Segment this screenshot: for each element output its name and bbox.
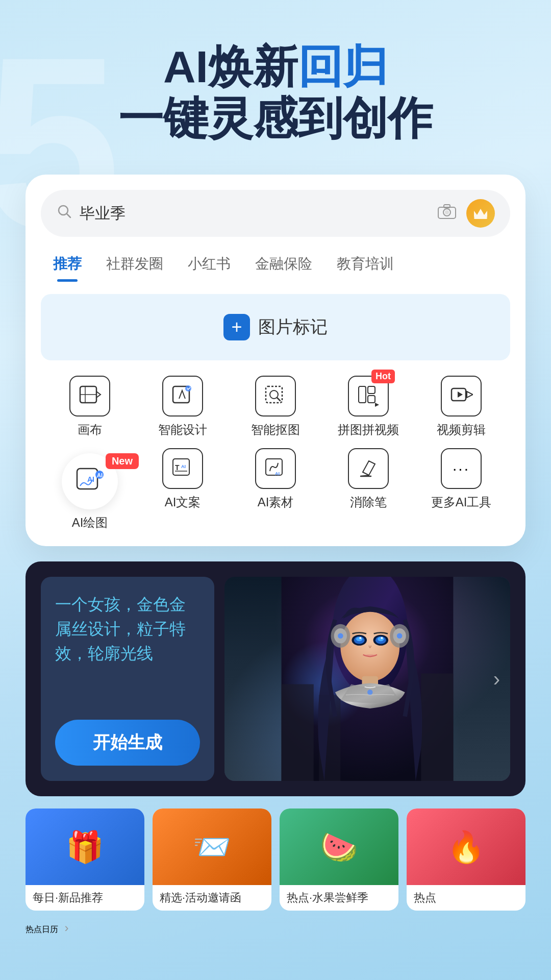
svg-point-45 (359, 637, 361, 639)
tool-video[interactable]: 视频剪辑 (417, 376, 505, 438)
svg-rect-16 (368, 396, 375, 403)
svg-rect-6 (474, 217, 487, 219)
svg-point-5 (445, 210, 449, 214)
svg-rect-15 (368, 386, 375, 394)
tab-xiaohongshu[interactable]: 小红书 (176, 249, 243, 282)
svg-point-43 (356, 637, 363, 641)
tool-eraser-label: 消除笔 (350, 494, 387, 510)
image-mark-plus-icon: + (223, 314, 250, 340)
tool-more-ai[interactable]: ··· 更多AI工具 (417, 448, 505, 531)
svg-text:AI: AI (97, 472, 103, 478)
svg-marker-19 (467, 391, 473, 398)
hero-title-part1: AI焕新 (163, 41, 298, 92)
collage-icon: Hot (348, 376, 389, 416)
crown-icon[interactable] (466, 199, 495, 228)
ai-image-result[interactable]: › (224, 577, 510, 781)
tab-recommended[interactable]: 推荐 (41, 249, 94, 282)
tool-design-label: 智能设计 (158, 422, 207, 438)
thumb-selected-img: 📨 (153, 808, 271, 885)
tool-ai-text[interactable]: T AI AI文案 (139, 448, 227, 531)
hot-badge: Hot (371, 370, 395, 383)
search-icon (56, 203, 72, 224)
svg-point-44 (378, 637, 384, 641)
thumb-daily-img: 🎁 (26, 808, 144, 885)
tool-eraser[interactable]: 消除笔 (324, 448, 412, 531)
ai-prompt-text: 一个女孩，金色金属丝设计，粒子特效，轮廓光线 (55, 592, 200, 666)
tab-finance[interactable]: 金融保险 (243, 249, 324, 282)
thumb-hotpoint[interactable]: 🍉 热点·水果尝鲜季 (280, 808, 398, 911)
canvas-icon (69, 376, 110, 416)
hero-title-line2: 一键灵感到创作 (118, 93, 433, 143)
svg-marker-20 (458, 391, 463, 398)
hero-section: AI焕新回归 一键灵感到创作 (0, 0, 551, 164)
thumb-daily-label: 每日·新品推荐 (26, 885, 144, 911)
search-bar[interactable]: 毕业季 (41, 190, 510, 237)
tool-video-label: 视频剪辑 (437, 422, 486, 438)
thumb-hotpoint-label: 热点·水果尝鲜季 (280, 885, 398, 911)
eraser-icon (348, 448, 389, 489)
image-mark-banner[interactable]: + 图片标记 (41, 294, 510, 360)
svg-line-1 (67, 214, 70, 217)
svg-rect-34 (282, 684, 314, 781)
tool-collage[interactable]: Hot 拼图拼视频 (324, 376, 412, 438)
tool-canvas-label: 画布 (78, 422, 102, 438)
svg-text:AI: AI (275, 471, 280, 476)
ai-material-icon: AI (255, 448, 296, 489)
ai-generated-image (224, 577, 510, 781)
image-mark-label: 图片标记 (258, 315, 328, 339)
camera-icon[interactable] (438, 204, 456, 223)
svg-point-38 (340, 612, 399, 682)
thumb-selected-label: 精选·活动邀请函 (153, 885, 271, 911)
hot-calendar-section[interactable]: 热点日历 › (0, 911, 551, 950)
svg-point-52 (397, 633, 403, 639)
svg-text:T: T (175, 463, 180, 472)
tab-navigation: 推荐 社群发圈 小红书 金融保险 教育培训 (41, 249, 510, 282)
tab-community[interactable]: 社群发圈 (94, 249, 176, 282)
video-icon (441, 376, 482, 416)
thumb-selected[interactable]: 📨 精选·活动邀请函 (153, 808, 271, 911)
design-icon (162, 376, 203, 416)
main-card: 毕业季 推荐 社群发圈 小红书 金融保险 教育培训 + 图片标记 (26, 175, 525, 546)
thumb-hotpoint-img: 🍉 (280, 808, 398, 885)
cutout-icon (255, 376, 296, 416)
ai-prompt-area: 一个女孩，金色金属丝设计，粒子特效，轮廓光线 开始生成 (41, 577, 214, 781)
new-badge: New (106, 453, 139, 469)
thumb-hot2-label: 热点 (407, 885, 525, 911)
thumb-hot2[interactable]: 🔥 热点 (407, 808, 525, 911)
svg-point-11 (185, 385, 191, 391)
result-arrow-icon: › (493, 668, 500, 691)
tool-design[interactable]: 智能设计 (139, 376, 227, 438)
hot-calendar-label: 热点日历 (26, 925, 58, 934)
svg-marker-17 (375, 403, 379, 407)
tool-ai-draw[interactable]: AI AI New AI绘图 (46, 453, 134, 531)
svg-rect-4 (444, 205, 450, 208)
hero-title: AI焕新回归 一键灵感到创作 (31, 41, 520, 144)
tool-ai-draw-label: AI绘图 (72, 514, 108, 531)
svg-text:AI: AI (181, 464, 186, 469)
svg-rect-14 (359, 386, 366, 403)
thumb-hot2-img: 🔥 (407, 808, 525, 885)
search-input-value[interactable]: 毕业季 (80, 203, 438, 224)
tool-cutout-label: 智能抠图 (251, 422, 300, 438)
svg-point-51 (338, 633, 343, 639)
tools-grid: 画布 智能设计 智能抠图 (41, 376, 510, 531)
ai-generate-button[interactable]: 开始生成 (55, 720, 200, 766)
ai-text-icon: T AI (162, 448, 203, 489)
bottom-thumbnails: 🎁 每日·新品推荐 📨 精选·活动邀请函 🍉 热点·水果尝鲜季 🔥 热点 (0, 796, 551, 911)
ai-generation-panel: 一个女孩，金色金属丝设计，粒子特效，轮廓光线 开始生成 (26, 561, 525, 796)
tab-education[interactable]: 教育培训 (324, 249, 406, 282)
tool-more-ai-label: 更多AI工具 (431, 494, 492, 510)
tool-ai-material[interactable]: AI AI素材 (232, 448, 319, 531)
tool-canvas[interactable]: 画布 (46, 376, 134, 438)
hero-title-blue: 回归 (298, 41, 388, 92)
more-ai-icon: ··· (441, 448, 482, 489)
tool-cutout[interactable]: 智能抠图 (232, 376, 319, 438)
tool-ai-material-label: AI素材 (258, 494, 294, 510)
tool-collage-label: 拼图拼视频 (338, 422, 399, 438)
svg-point-46 (381, 637, 383, 639)
chevron-right-icon: › (64, 921, 68, 935)
thumb-daily[interactable]: 🎁 每日·新品推荐 (26, 808, 144, 911)
tool-ai-text-label: AI文案 (165, 494, 201, 510)
svg-rect-36 (421, 674, 453, 781)
svg-point-54 (367, 690, 373, 695)
